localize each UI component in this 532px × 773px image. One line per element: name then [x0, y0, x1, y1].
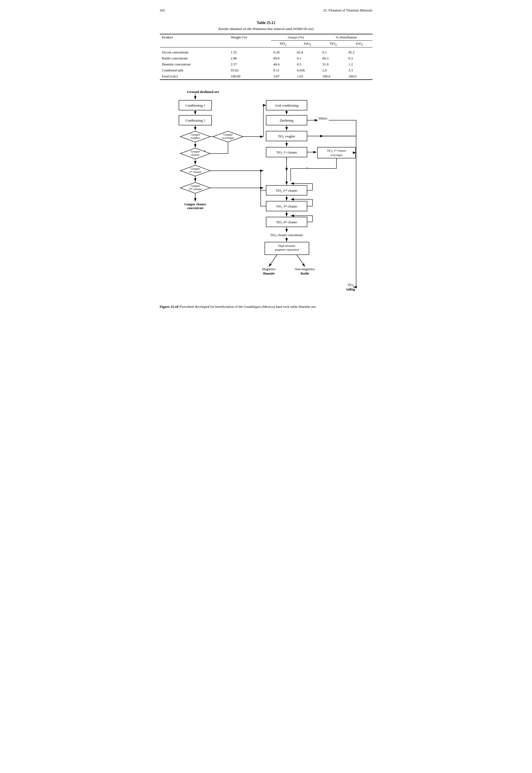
col-distribution-group: % Distribution — [320, 34, 372, 41]
tio2-rougher-label: TiO2 rougher — [278, 134, 295, 139]
table-subtitle: Results obtained on the Wimmera fine min… — [160, 27, 372, 31]
tio2-tailing-label: TiO2 — [347, 283, 354, 287]
page-number: 202 — [160, 8, 165, 13]
col-assays-group: Assays (%) — [271, 34, 320, 41]
arrow-hims-nonmagnetics — [297, 255, 305, 267]
col-weight: Weight (%) — [229, 34, 271, 47]
table-row: Feed (calc) 100.00 3.87 1.03 100.0 100.0 — [160, 73, 372, 80]
table-row: Combined tails 93.02 0.11 0.036 2.6 3.3 — [160, 67, 372, 73]
tio2-4th-cleaner-label: TiO2 4th cleaner — [276, 220, 297, 225]
desliming-label: Desliming — [280, 119, 293, 122]
magnetics-label: Magnetics — [262, 267, 276, 271]
gangue-cleaner-label2: cleaner — [191, 153, 200, 156]
gangue-cleaner-label: Gangue — [190, 150, 200, 153]
gangue-scavenger-label2: scavenger — [222, 136, 234, 139]
slimes-label: Slimes — [318, 116, 327, 120]
col-assay-zro2: ZrO2 — [295, 41, 320, 47]
table-section: Table 25.12 Results obtained on the Wimm… — [160, 21, 372, 80]
rutile-label: Rutile — [300, 272, 309, 275]
conditioning1-label: Conditioning 1 — [185, 104, 205, 107]
table-title: Table 25.12 — [160, 21, 372, 25]
figure-caption: Figure 25.18 Flowsheet developed for ben… — [160, 304, 372, 309]
acid-conditioning-label: Acid conditioning — [275, 104, 298, 107]
figure-label: Figure 25.18 — [160, 305, 179, 309]
col-assay-tio2: TiO2 — [271, 41, 294, 47]
table-row: Rutile concentrate 2.86 89.6 0.1 66.3 0.… — [160, 55, 372, 61]
non-magnetics-label: Non-magnetics — [295, 267, 315, 271]
gangue-cleaner-concentrate-label2: concentrate — [187, 206, 204, 210]
chapter-title: 25. Flotation of Titanium Minerals — [323, 8, 372, 13]
tio2-cleaner-concentrate-label: TiO2 cleaner concentrate — [270, 233, 303, 237]
page-header: 202 25. Flotation of Titanium Minerals — [160, 8, 372, 13]
figure-caption-text: Flowsheet developed for beneficiation of… — [179, 305, 317, 309]
table-header-row-1: Product Weight (%) Assays (%) % Distribu… — [160, 34, 372, 41]
flowchart-section: Ground deslimed ore Conditioning 1 Condi… — [160, 88, 372, 301]
table-row: Zircon concentrate 1.55 0.20 63.4 0.1 95… — [160, 49, 372, 55]
col-product: Product — [160, 34, 229, 47]
hims-label2: magnetic separation — [275, 248, 299, 251]
flowchart-svg: Ground deslimed ore Conditioning 1 Condi… — [160, 88, 372, 301]
gangue-cleaner-concentrate-label: Gangue cleaner — [184, 202, 206, 206]
ilmenite-label: Ilmenite — [263, 272, 275, 275]
arrow-hims-magnetics — [269, 255, 277, 267]
ground-deslimed-ore-label: Ground deslimed ore — [187, 90, 219, 94]
hims-label: High intensity — [278, 244, 295, 247]
gangue-scavenger-label: Gangue — [223, 133, 232, 136]
tio2-tailing-label2: tailing — [346, 287, 355, 291]
col-dist-tio2: TiO2 — [320, 41, 346, 47]
tio2-1st-cleaner-scavenger-label2: scavenger — [330, 153, 342, 157]
conditioning2-label: Conditioning 2 — [185, 119, 205, 122]
gangue-rougher-label2: rougher — [190, 136, 200, 139]
table-row: Ilmenite concentrate 2.57 46.6 0.5 31.0 … — [160, 61, 372, 67]
results-table: Product Weight (%) Assays (%) % Distribu… — [160, 34, 372, 80]
tio2-1st-cleaner-label: TiO2 1st cleaner — [276, 151, 297, 155]
col-dist-zro2: ZrO2 — [346, 41, 372, 47]
gangue-rougher-label: Gangue — [190, 133, 200, 136]
